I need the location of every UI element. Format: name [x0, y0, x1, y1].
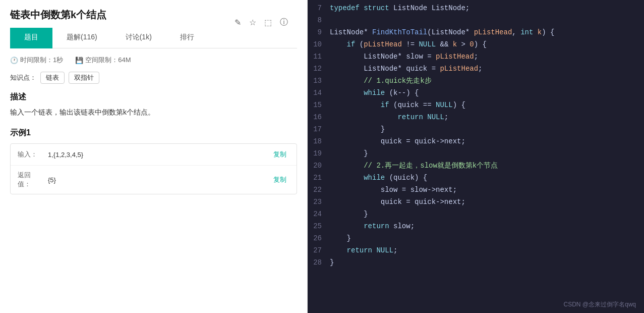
line-number: 17 — [308, 123, 330, 135]
tab-problem[interactable]: 题目 — [10, 28, 52, 48]
edit-icon[interactable]: ✎ — [233, 16, 242, 29]
input-key: 输入： — [18, 150, 43, 159]
line-number: 28 — [308, 256, 330, 269]
right-panel: 7typedef struct ListNode ListNode;89List… — [308, 0, 644, 313]
return-value: {5} — [48, 176, 265, 184]
line-code: return NULL; — [330, 244, 397, 256]
code-line: 23 quick = quick->next; — [308, 196, 644, 208]
example-return-row: 返回 值： {5} 复制 — [11, 166, 297, 194]
knowledge-label: 知识点： — [10, 73, 36, 82]
copy-input-button[interactable]: 复制 — [270, 149, 289, 160]
line-number: 9 — [308, 26, 330, 38]
line-code: while (quick) { — [330, 172, 427, 184]
line-code: ListNode* FindKthToTail(ListNode* pListH… — [330, 26, 554, 38]
line-code: return NULL; — [330, 111, 448, 123]
example-box: 输入： 1,{1,2,3,4,5} 复制 返回 值： {5} 复制 — [10, 143, 297, 194]
code-line: 22 slow = slow->next; — [308, 184, 644, 196]
left-content: 🕐 时间限制：1秒 💾 空间限制：64M 知识点： 链表 双指针 描述 输入一个… — [0, 48, 307, 313]
time-limit: 🕐 时间限制：1秒 — [10, 56, 63, 65]
code-line: 24 } — [308, 208, 644, 220]
left-panel: 链表中倒数第k个结点 ✎ ☆ ⬚ ⓘ 题目 题解(116) 讨论(1k) 排行 … — [0, 0, 308, 313]
watermark: CSDN @念来过倒字名qwq — [563, 300, 636, 309]
line-code: } — [330, 256, 334, 269]
line-code: quick = quick->next; — [330, 196, 465, 208]
line-code: return slow; — [330, 220, 415, 232]
line-code: slow = slow->next; — [330, 184, 457, 196]
code-line: 27 return NULL; — [308, 244, 644, 256]
code-line: 26 } — [308, 232, 644, 244]
code-line: 15 if (quick == NULL) { — [308, 99, 644, 111]
line-code: ListNode* quick = pListHead; — [330, 63, 483, 75]
share-icon[interactable]: ⬚ — [263, 16, 273, 29]
code-line: 25 return slow; — [308, 220, 644, 232]
line-number: 23 — [308, 196, 330, 208]
return-key: 返回 值： — [18, 171, 43, 189]
line-number: 20 — [308, 160, 330, 172]
line-number: 16 — [308, 111, 330, 123]
input-value: 1,{1,2,3,4,5} — [48, 151, 265, 159]
line-number: 12 — [308, 63, 330, 75]
code-line: 11 ListNode* slow = pListHead; — [308, 50, 644, 63]
line-code: // 2.再一起走，slow就是倒数第k个节点 — [330, 160, 498, 172]
code-area: 7typedef struct ListNode ListNode;89List… — [308, 0, 644, 271]
toolbar-icons: ✎ ☆ ⬚ ⓘ — [233, 16, 289, 29]
line-code: } — [330, 232, 351, 244]
code-line: 16 return NULL; — [308, 111, 644, 123]
example-input-row: 输入： 1,{1,2,3,4,5} 复制 — [11, 144, 297, 166]
tab-solutions[interactable]: 题解(116) — [52, 28, 111, 48]
code-line: 19 } — [308, 147, 644, 160]
code-line: 18 quick = quick->next; — [308, 135, 644, 147]
line-code: ListNode* slow = pListHead; — [330, 50, 478, 63]
line-code: if (pListHead != NULL && k > 0) { — [330, 38, 487, 50]
line-number: 11 — [308, 50, 330, 63]
line-number: 19 — [308, 147, 330, 160]
info-icon[interactable]: ⓘ — [279, 16, 289, 29]
line-number: 24 — [308, 208, 330, 220]
code-line: 17 } — [308, 123, 644, 135]
line-number: 8 — [308, 14, 330, 26]
tag-linked-list[interactable]: 链表 — [40, 72, 65, 84]
line-number: 10 — [308, 38, 330, 50]
knowledge-row: 知识点： 链表 双指针 — [10, 72, 297, 84]
example-title: 示例1 — [10, 128, 297, 138]
code-line: 21 while (quick) { — [308, 172, 644, 184]
star-icon[interactable]: ☆ — [248, 16, 257, 29]
line-code: quick = quick->next; — [330, 135, 465, 147]
code-line: 28} — [308, 256, 644, 269]
code-line: 14 while (k--) { — [308, 87, 644, 99]
space-limit: 💾 空间限制：64M — [75, 56, 131, 65]
tag-two-pointers[interactable]: 双指针 — [69, 72, 99, 84]
code-line: 13 // 1.quick先走k步 — [308, 75, 644, 87]
line-number: 13 — [308, 75, 330, 87]
line-code: if (quick == NULL) { — [330, 99, 465, 111]
tab-discuss[interactable]: 讨论(1k) — [111, 28, 166, 48]
description-title: 描述 — [10, 92, 297, 102]
line-number: 18 — [308, 135, 330, 147]
line-number: 26 — [308, 232, 330, 244]
description-text: 输入一个链表，输出该链表中倒数第k个结点。 — [10, 107, 297, 118]
line-number: 21 — [308, 172, 330, 184]
meta-row: 🕐 时间限制：1秒 💾 空间限制：64M — [10, 56, 297, 65]
line-number: 25 — [308, 220, 330, 232]
code-line: 12 ListNode* quick = pListHead; — [308, 63, 644, 75]
line-number: 27 — [308, 244, 330, 256]
memory-icon: 💾 — [75, 57, 83, 64]
line-code: while (k--) { — [330, 87, 419, 99]
clock-icon: 🕐 — [10, 57, 18, 64]
left-header: 链表中倒数第k个结点 ✎ ☆ ⬚ ⓘ 题目 题解(116) 讨论(1k) 排行 — [0, 0, 307, 48]
line-code: // 1.quick先走k步 — [330, 75, 432, 87]
line-code: } — [330, 208, 368, 220]
line-number: 14 — [308, 87, 330, 99]
line-code: } — [330, 147, 368, 160]
tab-rank[interactable]: 排行 — [166, 28, 208, 48]
copy-return-button[interactable]: 复制 — [270, 174, 289, 185]
tabs: 题目 题解(116) 讨论(1k) 排行 — [10, 28, 297, 48]
line-number: 15 — [308, 99, 330, 111]
code-line: 20 // 2.再一起走，slow就是倒数第k个节点 — [308, 160, 644, 172]
line-code: typedef struct ListNode ListNode; — [330, 2, 470, 14]
code-line: 7typedef struct ListNode ListNode; — [308, 2, 644, 14]
code-line: 9ListNode* FindKthToTail(ListNode* pList… — [308, 26, 644, 38]
line-number: 22 — [308, 184, 330, 196]
line-code: } — [330, 123, 385, 135]
code-line: 8 — [308, 14, 644, 26]
